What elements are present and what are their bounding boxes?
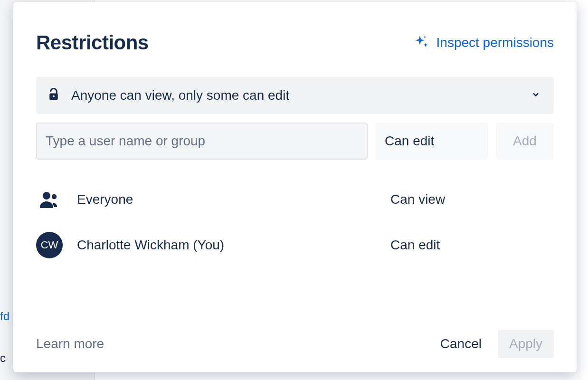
restriction-level-dropdown[interactable]: Anyone can view, only some can edit: [36, 77, 554, 114]
svg-point-1: [53, 95, 55, 97]
add-button[interactable]: Add: [496, 123, 554, 160]
add-user-row: Can edit Add: [36, 123, 554, 160]
footer-actions: Cancel Apply: [430, 330, 554, 358]
user-group-input[interactable]: [36, 123, 368, 160]
permission-principal-name: Everyone: [77, 192, 133, 207]
permission-row: CW Charlotte Wickham (You) Can edit: [36, 222, 554, 268]
permissions-list: Everyone Can view CW Charlotte Wickham (…: [36, 177, 554, 324]
unlock-icon: [47, 87, 61, 104]
background-text: c: [0, 352, 6, 365]
permission-select-label: Can edit: [385, 133, 434, 149]
inspect-permissions-link[interactable]: Inspect permissions: [413, 34, 554, 51]
svg-point-2: [43, 192, 50, 200]
inspect-permissions-label: Inspect permissions: [436, 35, 554, 50]
modal-header: Restrictions Inspect permissions: [36, 31, 554, 54]
permission-row: Everyone Can view: [36, 177, 554, 222]
svg-point-3: [52, 194, 57, 199]
modal-title: Restrictions: [36, 31, 149, 54]
learn-more-link[interactable]: Learn more: [36, 336, 104, 352]
permission-value: Can edit: [390, 238, 440, 253]
sparkle-icon: [413, 34, 430, 51]
permission-principal-name: Charlotte Wickham (You): [77, 238, 224, 253]
cancel-button[interactable]: Cancel: [430, 330, 492, 358]
apply-button[interactable]: Apply: [498, 330, 554, 358]
permission-select[interactable]: Can edit: [375, 123, 488, 160]
permission-identity: Everyone: [36, 186, 390, 213]
chevron-down-icon: [531, 90, 541, 101]
permission-value: Can view: [390, 192, 445, 207]
avatar: CW: [36, 232, 63, 258]
restriction-level-label: Anyone can view, only some can edit: [71, 88, 531, 103]
modal-footer: Learn more Cancel Apply: [36, 324, 554, 358]
permission-identity: CW Charlotte Wickham (You): [36, 232, 390, 258]
restrictions-modal: Restrictions Inspect permissions Anyone …: [13, 2, 577, 372]
group-icon: [36, 186, 63, 213]
background-link: fd: [0, 310, 9, 323]
